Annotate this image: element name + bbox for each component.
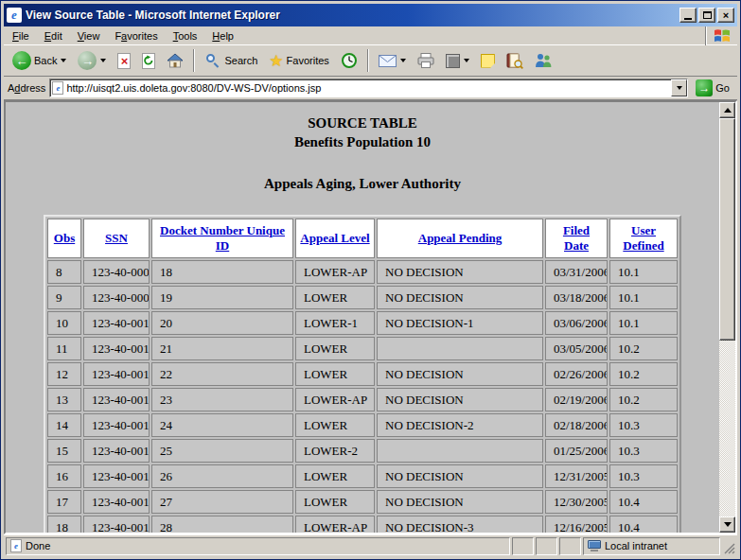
table-cell: 02/26/2006 [545,362,608,386]
menu-label: dit [51,30,62,42]
scrollbar-thumb[interactable] [719,118,735,341]
column-header-obs[interactable]: Obs [47,219,81,258]
mail-button[interactable] [374,47,411,74]
table-cell: 21 [151,337,293,360]
table-cell: LOWER [295,286,375,309]
favorites-label: Favorites [287,55,329,66]
discuss-button[interactable] [476,47,500,74]
page-subtitle-population: Benefits Population 10 [6,132,719,151]
menu-view[interactable]: View [70,28,108,44]
maximize-icon [703,11,712,19]
edit-button[interactable] [441,47,474,74]
research-button[interactable] [502,47,528,74]
table-cell: 12/16/2005 [545,516,608,533]
minimize-icon [684,18,692,20]
maximize-button[interactable] [698,8,715,23]
menu-label: elp [220,30,234,42]
toolbar-separator [367,49,369,72]
table-cell [377,439,543,463]
table-cell: 123-40-0008 [83,260,150,284]
back-button[interactable]: ← Back [8,47,71,74]
table-cell: 10.1 [609,311,678,335]
back-dropdown-icon [61,59,66,62]
security-zone-label: Local intranet [605,540,667,551]
table-cell: 17 [47,490,81,514]
menu-label: ile [19,30,29,42]
close-button[interactable]: × [717,8,734,23]
menu-label: V [78,30,84,42]
menu-bar: File Edit View Favorites Tools Help [4,26,737,45]
navigation-toolbar: ← Back → × Search ★ [4,45,737,77]
table-cell: NO DECISION [377,362,543,386]
table-cell: 01/25/2006 [545,439,608,463]
address-dropdown-button[interactable] [671,79,687,96]
stop-button[interactable]: × [113,47,135,74]
table-row: 9123-40-000919LOWERNO DECISION03/18/2006… [47,286,678,309]
table-row: 8123-40-000818LOWER-APNO DECISION03/31/2… [47,260,678,284]
home-button[interactable] [162,47,188,74]
favorites-button[interactable]: ★ Favorites [264,47,334,74]
table-cell: 03/05/2006 [545,337,608,360]
go-label: Go [715,82,730,94]
source-table: Obs SSN Docket Number Unique ID Appeal L… [44,215,681,533]
search-button[interactable]: Search [200,47,262,74]
minimize-button[interactable] [679,8,697,23]
menu-label: E [44,30,51,42]
table-cell: 123-40-0017 [83,490,150,514]
menu-help[interactable]: Help [204,28,241,44]
menu-file[interactable]: File [5,28,37,44]
table-header-row: Obs SSN Docket Number Unique ID Appeal L… [47,219,678,258]
table-cell: 123-40-0014 [83,413,150,437]
table-cell: 123-40-0018 [83,516,150,533]
status-message-pane: e Done [6,537,510,555]
print-icon [417,53,434,68]
print-button[interactable] [413,47,439,74]
table-cell: 02/18/2006 [545,413,608,437]
search-icon [204,52,221,69]
table-cell: 18 [47,516,81,533]
column-header-filed-date[interactable]: Filed Date [545,219,608,258]
table-cell: 10 [47,311,81,335]
table-cell: 10.2 [609,337,678,360]
chevron-down-icon [677,86,682,90]
table-row: 15123-40-001525LOWER-201/25/200610.3 [47,439,678,463]
address-input[interactable] [63,82,671,94]
menu-edit[interactable]: Edit [37,28,70,44]
table-cell: LOWER-AP [295,516,375,533]
table-row: 13123-40-001323LOWER-APNO DECISION02/19/… [47,388,678,411]
table-cell: 13 [47,388,81,411]
table-cell: 123-40-0011 [83,337,150,360]
table-cell: 10.4 [609,490,678,514]
table-cell: 12 [47,362,81,386]
refresh-button[interactable] [137,47,160,74]
table-cell: 10.1 [609,260,678,284]
scroll-up-button[interactable] [719,102,735,118]
table-cell: 11 [47,337,81,360]
table-cell: NO DECISION [377,286,543,309]
table-cell: 23 [151,388,293,411]
scroll-down-button[interactable] [719,516,735,533]
resize-grip[interactable] [722,541,735,554]
table-cell: 24 [151,413,293,437]
page-title: SOURCE TABLE [6,114,719,132]
vertical-scrollbar[interactable] [719,102,735,533]
menu-favorites[interactable]: Favorites [107,28,165,44]
table-cell: LOWER [295,337,375,360]
favorites-star-icon: ★ [269,51,283,71]
column-header-appeal-level[interactable]: Appeal Level [295,219,375,258]
table-cell: 123-40-0009 [83,286,150,309]
table-cell: 10.1 [609,286,678,309]
column-header-user-defined[interactable]: User Defined [609,219,678,258]
messenger-button[interactable] [530,47,557,74]
history-button[interactable] [336,47,362,74]
search-label: Search [224,55,257,66]
menu-tools[interactable]: Tools [166,28,205,44]
go-button[interactable]: → Go [692,78,733,98]
home-icon [167,53,184,68]
column-header-appeal-pending[interactable]: Appeal Pending [377,219,543,258]
table-cell: NO DECISION [377,388,543,411]
column-header-ssn[interactable]: SSN [83,219,150,258]
forward-button[interactable]: → [73,47,111,74]
column-header-docket[interactable]: Docket Number Unique ID [151,219,293,258]
scrollbar-track[interactable] [719,341,735,516]
